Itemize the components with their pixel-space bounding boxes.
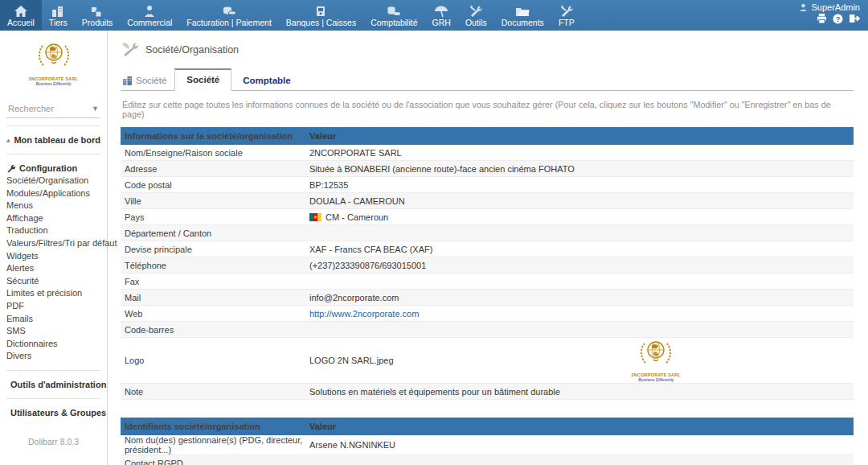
row-label: Code postal [121, 180, 309, 190]
user-area: SuperAdmin ? [799, 0, 868, 31]
company-tagline: Business Differently [29, 81, 78, 86]
company-tagline: Business Differently [632, 377, 681, 382]
row-label: Code-barres [121, 325, 309, 335]
row-label: Mail [121, 293, 309, 302]
row-label: Fax [121, 277, 309, 286]
sidebar-item-dashboard[interactable]: Mon tableau de bord [6, 134, 100, 146]
bar-chart-icon [6, 136, 10, 145]
sidebar-item[interactable]: Divers [6, 350, 100, 363]
menu-accounting[interactable]: Comptabilité [363, 0, 424, 31]
user-icon [799, 3, 808, 12]
menu-home[interactable]: Accueil [0, 0, 42, 31]
wrench-icon [6, 164, 15, 173]
company-ids-table: Identifiants société/organisation Valeur… [121, 418, 854, 465]
billing-icon [221, 4, 237, 18]
setup-tools-icon [121, 42, 140, 58]
logged-user[interactable]: SuperAdmin [799, 2, 860, 12]
menu-third-parties[interactable]: Tiers [42, 0, 75, 31]
sidebar-item[interactable]: PDF [6, 300, 100, 313]
accounting-icon [386, 4, 402, 18]
sidebar-item[interactable]: Alertes [6, 262, 100, 275]
dolibarr-app: AccueilTiersProduitsCommercialFacturatio… [0, 0, 868, 465]
sidebar-item[interactable]: Modules/Applications [6, 187, 100, 200]
table-row: Code-barres [121, 322, 854, 338]
table-row: Contact RGPD [121, 455, 854, 465]
menu-tools[interactable]: Outils [458, 0, 494, 31]
row-label: Web [121, 309, 309, 319]
user-name: SuperAdmin [811, 2, 860, 12]
documents-icon [514, 4, 530, 18]
tab-societe[interactable]: Société [174, 68, 231, 91]
sidebar-item[interactable]: Limites et précision [6, 287, 100, 300]
row-value: Solutions en matériels et équipements po… [309, 387, 854, 397]
table-row: PaysCM - Cameroun [121, 209, 854, 225]
row-value: Arsene N.NGNINKEU [309, 440, 854, 450]
print-icon[interactable] [817, 14, 827, 23]
globe-laurel-icon [637, 338, 674, 370]
sidebar-item[interactable]: Affichage [6, 212, 100, 225]
company-logo: 2NCORPORATE SARL Business Differently [29, 40, 78, 86]
menu-commercial[interactable]: Commercial [120, 0, 179, 31]
table-row: Devise principaleXAF - Francs CFA BEAC (… [121, 241, 854, 257]
table-row: LogoLOGO 2N SARL.jpeg 2NCORPORATE SARL B… [121, 338, 854, 384]
bank-icon [313, 4, 329, 18]
row-label: Pays [121, 212, 309, 222]
sidebar-item[interactable]: Société/Organisation [6, 175, 100, 187]
row-label: Logo [121, 356, 309, 365]
sidebar-logo: 2NCORPORATE SARL Business Differently [6, 40, 100, 88]
row-value: LOGO 2N SARL.jpeg 2NCORPORATE SARL Busin… [309, 338, 854, 383]
table-row: Nom du(des) gestionnaire(s) (PDG, direct… [121, 435, 854, 455]
table-header: Identifiants société/organisation Valeur [121, 418, 854, 435]
sidebar-item[interactable]: Traduction [6, 224, 100, 237]
company-info-table: Informations sur la société/organisation… [121, 127, 854, 400]
search-select[interactable]: Rechercher ▼ [6, 101, 100, 118]
sidebar-item[interactable]: Sécurité [6, 275, 100, 288]
table-header: Informations sur la société/organisation… [121, 127, 854, 145]
divider [6, 370, 100, 371]
row-label: Note [121, 387, 309, 397]
top-navigation-bar: AccueilTiersProduitsCommercialFacturatio… [0, 0, 868, 31]
chevron-down-icon: ▼ [92, 105, 99, 113]
row-label: Contact RGPD [121, 459, 309, 465]
menu-hrm[interactable]: GRH [425, 0, 458, 31]
sidebar-section-configuration[interactable]: Configuration [6, 162, 100, 175]
sidebar-item[interactable]: Dictionnaires [6, 338, 100, 351]
table-row: Département / Canton [121, 225, 854, 241]
sidebar-item[interactable]: Menus [6, 200, 100, 212]
menu-billing[interactable]: Facturation | Paiement [179, 0, 278, 31]
row-value: Située à BONABERI (ancienne route)-face … [309, 164, 854, 174]
row-value: DOUALA - CAMEROUN [309, 196, 854, 206]
table-row: VilleDOUALA - CAMEROUN [121, 193, 854, 209]
table-row: Fax [121, 274, 854, 290]
menu-ftp[interactable]: FTP [551, 0, 582, 31]
row-label: Adresse [121, 164, 309, 174]
sidebar-item[interactable]: SMS [6, 325, 100, 338]
third-parties-icon [50, 4, 66, 18]
main-menu: AccueilTiersProduitsCommercialFacturatio… [0, 0, 582, 31]
sidebar-item[interactable]: Valeurs/Filtres/Tri par défaut [6, 237, 100, 250]
tab-comptable[interactable]: Comptable [231, 71, 301, 91]
website-link[interactable]: http://www.2ncorporate.com [309, 309, 419, 319]
sidebar-section-users-groups[interactable]: Utilisateurs & Groupes [6, 406, 100, 419]
menu-products[interactable]: Produits [75, 0, 121, 31]
divider [6, 154, 100, 154]
help-icon[interactable]: ? [833, 14, 843, 24]
sidebar-item[interactable]: Widgets [6, 250, 100, 263]
row-label: Ville [121, 196, 309, 206]
sidebar-item[interactable]: Emails [6, 313, 100, 326]
logout-icon[interactable] [849, 14, 860, 23]
home-icon [13, 4, 29, 18]
sidebar-section-admin-tools[interactable]: Outils d'administration [6, 378, 100, 391]
page-title: Société/Organisation [121, 42, 854, 58]
menu-bank[interactable]: Banques | Caisses [279, 0, 363, 31]
row-label: Nom/Enseigne/Raison sociale [121, 148, 309, 158]
ftp-icon [559, 4, 575, 18]
search-placeholder: Rechercher [8, 104, 54, 113]
configuration-menu: Société/OrganisationModules/Applications… [6, 175, 100, 363]
menu-documents[interactable]: Documents [494, 0, 551, 31]
main-content: Société/Organisation Société Société Com… [108, 31, 868, 465]
table-body: Nom/Enseigne/Raison sociale2NCORPORATE S… [121, 145, 854, 400]
svg-text:?: ? [836, 15, 841, 23]
divider [6, 398, 100, 399]
globe-laurel-icon [35, 40, 72, 72]
